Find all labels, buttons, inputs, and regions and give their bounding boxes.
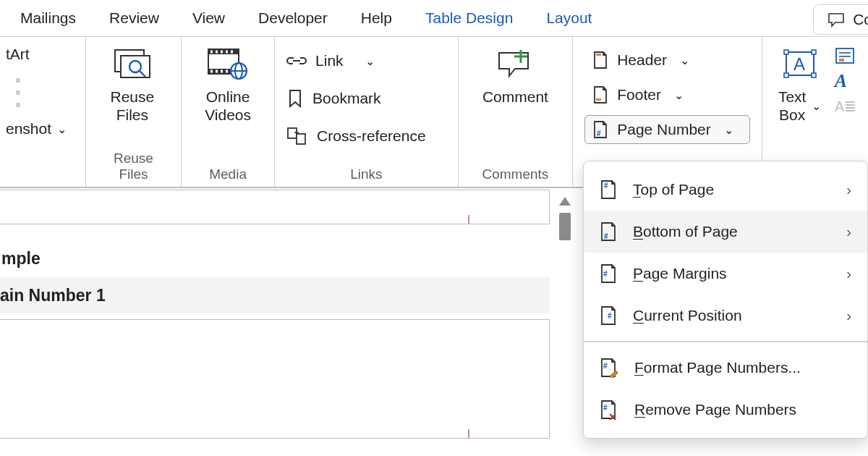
scroll-thumb[interactable] xyxy=(559,213,571,240)
page-number-button[interactable]: # Page Number ⌄ xyxy=(584,115,749,144)
reuse-files-caption: Reuse Files xyxy=(98,148,169,182)
chevron-down-icon: ⌄ xyxy=(365,54,375,68)
gallery-item-heading[interactable]: ain Number 1 xyxy=(0,277,550,313)
svg-rect-14 xyxy=(221,70,223,73)
link-button[interactable]: Link ⌄ xyxy=(286,46,375,76)
text-box-label: Text Box xyxy=(778,88,807,124)
screenshot-button[interactable]: enshot ⌄ xyxy=(6,120,67,138)
tab-help[interactable]: Help xyxy=(361,9,392,27)
comments-button[interactable]: Comm xyxy=(813,4,868,35)
svg-rect-13 xyxy=(216,70,218,73)
tab-table-design[interactable]: Table Design xyxy=(425,9,513,27)
menu-separator xyxy=(584,341,867,342)
remove-page-numbers-icon: # xyxy=(600,400,618,420)
chevron-down-icon: ⌄ xyxy=(680,54,689,67)
media-caption: Media xyxy=(193,164,263,182)
page-number-bottom-icon: # xyxy=(600,221,617,242)
cross-reference-label: Cross-reference xyxy=(317,127,426,145)
menu-margins-label: Page Margins xyxy=(633,265,727,282)
svg-text:A: A xyxy=(793,54,805,74)
comments-caption: Comments xyxy=(470,164,561,182)
svg-text:#: # xyxy=(603,362,608,370)
screenshot-label: enshot xyxy=(6,120,51,138)
page-number-marker xyxy=(468,429,469,438)
page-number-menu: # Top of Page › # Bottom of Page › # Pag… xyxy=(583,161,868,439)
page-number-gallery: mple ain Number 1 xyxy=(0,190,550,456)
chevron-down-icon: ⌄ xyxy=(812,99,821,113)
menu-format-label: Format Page Numbers... xyxy=(634,359,801,376)
cross-reference-button[interactable]: Cross-reference xyxy=(286,121,426,151)
svg-text:#: # xyxy=(608,312,612,320)
menu-remove-page-numbers[interactable]: # Remove Page Numbers xyxy=(584,389,867,431)
comment-button[interactable]: Comment xyxy=(480,46,550,106)
chevron-right-icon: › xyxy=(846,182,851,198)
header-label: Header xyxy=(617,51,667,69)
speech-bubble-icon xyxy=(827,12,846,28)
tab-layout[interactable]: Layout xyxy=(546,9,592,27)
links-caption: Links xyxy=(286,164,446,182)
format-page-numbers-icon: # xyxy=(600,358,618,378)
menu-bottom-label: Bottom of Page xyxy=(633,223,738,240)
svg-rect-7 xyxy=(210,51,213,54)
link-label: Link xyxy=(315,52,344,69)
cross-reference-icon xyxy=(286,127,308,145)
svg-rect-12 xyxy=(210,70,213,73)
smartart-button[interactable]: tArt xyxy=(6,46,30,63)
header-button[interactable]: Header ⌄ xyxy=(584,46,749,75)
svg-rect-36 xyxy=(839,59,844,62)
svg-text:#: # xyxy=(604,232,608,240)
svg-rect-15 xyxy=(226,70,228,73)
comment-label: Comment xyxy=(482,88,548,106)
chevron-right-icon: › xyxy=(846,224,851,240)
online-videos-button[interactable]: Online Videos xyxy=(193,46,263,124)
bookmark-button[interactable]: Bookmark xyxy=(286,83,381,114)
reuse-files-button[interactable]: Reuse Files xyxy=(98,46,167,124)
svg-rect-21 xyxy=(297,134,305,144)
page-header-icon xyxy=(592,51,608,69)
menu-current-label: Current Position xyxy=(633,307,742,324)
footer-button[interactable]: Footer ⌄ xyxy=(584,80,749,109)
svg-text:#: # xyxy=(604,182,608,190)
quick-parts-icon[interactable] xyxy=(835,47,856,64)
svg-rect-10 xyxy=(226,51,228,54)
online-videos-label: Online Videos xyxy=(205,88,251,124)
bookmark-icon xyxy=(286,89,304,108)
page-number-current-icon: # xyxy=(600,305,617,326)
svg-rect-31 xyxy=(812,73,816,77)
comment-icon xyxy=(493,46,537,82)
text-box-button[interactable]: A Text Box ⌄ xyxy=(774,46,826,124)
menu-page-margins[interactable]: # Page Margins › xyxy=(584,253,867,295)
tab-review[interactable]: Review xyxy=(109,9,159,27)
menu-bottom-of-page[interactable]: # Bottom of Page › xyxy=(584,211,867,253)
svg-rect-8 xyxy=(216,51,218,54)
gallery-scrollbar[interactable] xyxy=(557,197,573,240)
svg-rect-29 xyxy=(812,50,816,54)
svg-text:#: # xyxy=(603,270,608,278)
svg-rect-5 xyxy=(208,49,239,54)
tab-view[interactable]: View xyxy=(192,9,225,27)
wordart-icon[interactable]: A xyxy=(835,70,856,92)
page-footer-icon xyxy=(592,85,608,104)
page-number-icon: # xyxy=(592,120,608,139)
reuse-files-label: Reuse Files xyxy=(111,88,155,124)
gallery-preview-upper[interactable] xyxy=(0,190,550,224)
link-icon xyxy=(286,53,307,69)
gallery-preview-lower[interactable] xyxy=(0,319,550,439)
drop-cap-icon[interactable]: A≣ xyxy=(835,98,856,115)
menu-current-position[interactable]: # Current Position › xyxy=(584,295,867,337)
menu-top-of-page[interactable]: # Top of Page › xyxy=(584,169,867,211)
chevron-down-icon: ⌄ xyxy=(674,88,684,102)
scroll-up-icon[interactable] xyxy=(559,197,571,206)
menu-top-label: Top of Page xyxy=(633,181,714,198)
svg-text:#: # xyxy=(597,130,601,138)
illustrations-group-truncated: tArt ⋮ enshot ⌄ xyxy=(0,37,86,187)
film-icon xyxy=(206,46,250,82)
tab-mailings[interactable]: Mailings xyxy=(20,9,76,27)
comments-button-label: Comm xyxy=(853,11,868,28)
svg-rect-11 xyxy=(231,51,233,54)
svg-rect-25 xyxy=(596,98,601,101)
tab-developer[interactable]: Developer xyxy=(258,9,328,27)
svg-rect-24 xyxy=(596,54,601,56)
menu-format-page-numbers[interactable]: # Format Page Numbers... xyxy=(584,347,867,389)
links-group: Link ⌄ Bookmark Cross-reference Links xyxy=(275,37,459,187)
